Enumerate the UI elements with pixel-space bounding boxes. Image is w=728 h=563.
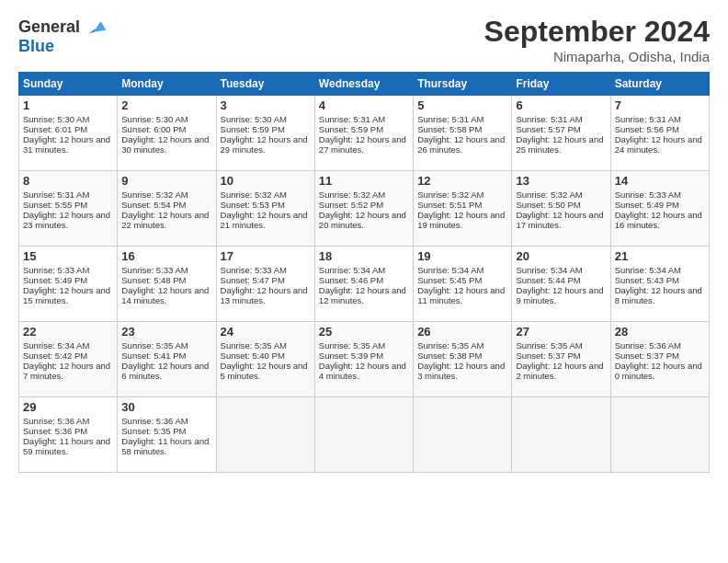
- table-row: 13 Sunrise: 5:32 AM Sunset: 5:50 PM Dayl…: [512, 171, 610, 247]
- table-row: 24 Sunrise: 5:35 AM Sunset: 5:40 PM Dayl…: [216, 322, 314, 397]
- table-row: 7 Sunrise: 5:31 AM Sunset: 5:56 PM Dayli…: [610, 96, 709, 171]
- calendar-container: General Blue September 2024 Nimaparha, O…: [0, 0, 728, 482]
- logo-icon: [82, 15, 108, 40]
- col-tuesday: Tuesday: [216, 73, 314, 96]
- week-row: 1 Sunrise: 5:30 AM Sunset: 6:01 PM Dayli…: [19, 96, 710, 171]
- table-row: 28 Sunrise: 5:36 AM Sunset: 5:37 PM Dayl…: [610, 322, 709, 397]
- week-row: 15 Sunrise: 5:33 AM Sunset: 5:49 PM Dayl…: [19, 247, 710, 322]
- table-row: 30 Sunrise: 5:36 AM Sunset: 5:35 PM Dayl…: [118, 397, 216, 473]
- table-row: 23 Sunrise: 5:35 AM Sunset: 5:41 PM Dayl…: [118, 322, 216, 397]
- svg-marker-1: [94, 21, 106, 31]
- table-row: 20 Sunrise: 5:34 AM Sunset: 5:44 PM Dayl…: [512, 247, 610, 322]
- table-row: 4 Sunrise: 5:31 AM Sunset: 5:59 PM Dayli…: [314, 96, 413, 171]
- table-row: 16 Sunrise: 5:33 AM Sunset: 5:48 PM Dayl…: [118, 247, 216, 322]
- table-row: 29 Sunrise: 5:36 AM Sunset: 5:36 PM Dayl…: [19, 397, 118, 473]
- col-thursday: Thursday: [414, 73, 512, 96]
- empty-cell: [314, 397, 413, 473]
- week-row: 22 Sunrise: 5:34 AM Sunset: 5:42 PM Dayl…: [19, 322, 710, 397]
- col-friday: Friday: [512, 73, 610, 96]
- table-row: 10 Sunrise: 5:32 AM Sunset: 5:53 PM Dayl…: [216, 171, 314, 247]
- week-row: 8 Sunrise: 5:31 AM Sunset: 5:55 PM Dayli…: [19, 171, 710, 247]
- table-row: 11 Sunrise: 5:32 AM Sunset: 5:52 PM Dayl…: [314, 171, 413, 247]
- col-wednesday: Wednesday: [314, 73, 413, 96]
- col-monday: Monday: [118, 73, 216, 96]
- empty-cell: [414, 397, 512, 473]
- table-row: 21 Sunrise: 5:34 AM Sunset: 5:43 PM Dayl…: [610, 247, 709, 322]
- empty-cell: [512, 397, 610, 473]
- header: General Blue September 2024 Nimaparha, O…: [18, 15, 710, 64]
- table-row: 26 Sunrise: 5:35 AM Sunset: 5:38 PM Dayl…: [414, 322, 512, 397]
- table-row: 12 Sunrise: 5:32 AM Sunset: 5:51 PM Dayl…: [414, 171, 512, 247]
- table-row: 17 Sunrise: 5:33 AM Sunset: 5:47 PM Dayl…: [216, 247, 314, 322]
- table-row: 3 Sunrise: 5:30 AM Sunset: 5:59 PM Dayli…: [216, 96, 314, 171]
- col-saturday: Saturday: [610, 73, 709, 96]
- table-row: 9 Sunrise: 5:32 AM Sunset: 5:54 PM Dayli…: [118, 171, 216, 247]
- table-row: 27 Sunrise: 5:35 AM Sunset: 5:37 PM Dayl…: [512, 322, 610, 397]
- week-row: 29 Sunrise: 5:36 AM Sunset: 5:36 PM Dayl…: [19, 397, 710, 473]
- table-row: 15 Sunrise: 5:33 AM Sunset: 5:49 PM Dayl…: [19, 247, 118, 322]
- table-row: 8 Sunrise: 5:31 AM Sunset: 5:55 PM Dayli…: [19, 171, 118, 247]
- table-row: 25 Sunrise: 5:35 AM Sunset: 5:39 PM Dayl…: [314, 322, 413, 397]
- table-row: 22 Sunrise: 5:34 AM Sunset: 5:42 PM Dayl…: [19, 322, 118, 397]
- table-row: 14 Sunrise: 5:33 AM Sunset: 5:49 PM Dayl…: [610, 171, 709, 247]
- title-section: September 2024 Nimaparha, Odisha, India: [484, 15, 710, 64]
- header-row: Sunday Monday Tuesday Wednesday Thursday…: [19, 73, 710, 96]
- location: Nimaparha, Odisha, India: [484, 49, 710, 64]
- table-row: 18 Sunrise: 5:34 AM Sunset: 5:46 PM Dayl…: [314, 247, 413, 322]
- table-row: 19 Sunrise: 5:34 AM Sunset: 5:45 PM Dayl…: [414, 247, 512, 322]
- month-title: September 2024: [484, 15, 710, 49]
- table-row: 1 Sunrise: 5:30 AM Sunset: 6:01 PM Dayli…: [19, 96, 118, 171]
- table-row: 6 Sunrise: 5:31 AM Sunset: 5:57 PM Dayli…: [512, 96, 610, 171]
- col-sunday: Sunday: [19, 73, 118, 96]
- logo-text: General: [18, 17, 80, 38]
- table-row: 2 Sunrise: 5:30 AM Sunset: 6:00 PM Dayli…: [118, 96, 216, 171]
- empty-cell: [216, 397, 314, 473]
- table-row: 5 Sunrise: 5:31 AM Sunset: 5:58 PM Dayli…: [414, 96, 512, 171]
- empty-cell: [610, 397, 709, 473]
- calendar-table: Sunday Monday Tuesday Wednesday Thursday…: [18, 72, 710, 473]
- logo: General Blue: [18, 15, 108, 56]
